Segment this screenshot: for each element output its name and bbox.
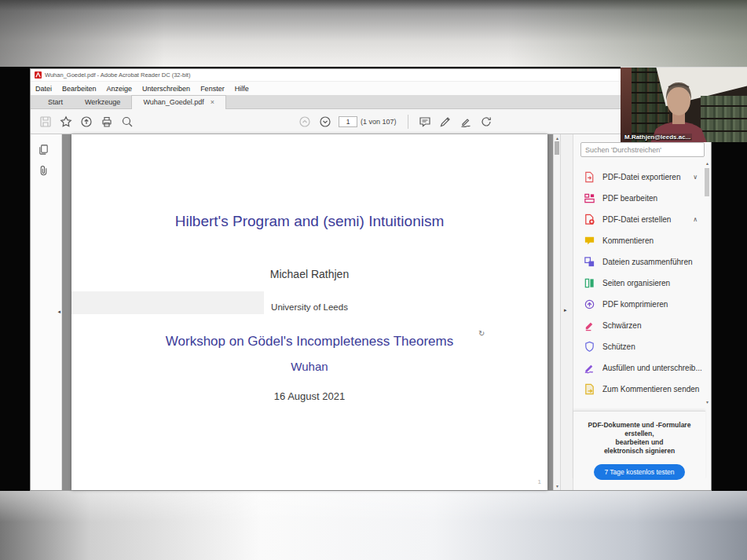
promo-line-3: elektronisch signieren: [573, 447, 705, 456]
save-icon[interactable]: [35, 115, 56, 128]
screen-share-frame: Wuhan_Goedel.pdf - Adobe Acrobat Reader …: [0, 0, 747, 560]
protect-shield-icon: [584, 341, 595, 353]
menu-bar: Datei Bearbeiten Anzeige Unterschreiben …: [31, 82, 711, 95]
trial-button[interactable]: 7 Tage kostenlos testen: [594, 464, 684, 480]
menu-datei[interactable]: Datei: [35, 85, 52, 93]
tool-organize-pages[interactable]: Seiten organisieren: [573, 273, 705, 294]
slide-page-number: 1: [538, 478, 541, 485]
tool-export-pdf[interactable]: PDF-Datei exportieren ∨: [573, 167, 705, 188]
tools-list: PDF-Datei exportieren ∨ PDF bearbeiten P…: [573, 167, 705, 400]
slide-date: 16 August 2021: [71, 390, 547, 402]
page-thumbnails-icon[interactable]: [38, 144, 49, 157]
menu-anzeige[interactable]: Anzeige: [107, 85, 133, 93]
panel-scrollbar-thumb[interactable]: [705, 168, 709, 196]
expand-tools-icon[interactable]: ▸: [564, 307, 567, 313]
tool-send-comments[interactable]: Zum Kommentieren senden: [573, 379, 705, 400]
panel-scrollbar[interactable]: ▲ ▼: [704, 161, 710, 404]
slide-affiliation: University of Leeds: [71, 302, 547, 312]
document-area: Hilbert's Program and (semi) Intuitionis…: [62, 134, 560, 490]
tab-document[interactable]: Wuhan_Goedel.pdf ×: [131, 95, 226, 109]
tab-werkzeuge[interactable]: Werkzeuge: [74, 96, 131, 109]
document-scrollbar[interactable]: ▲ ▼: [553, 134, 560, 490]
organize-pages-icon: [584, 277, 595, 289]
attachments-icon[interactable]: [38, 165, 49, 178]
tool-create-pdf[interactable]: PDF-Datei erstellen ∧: [573, 209, 705, 230]
menu-unterschreiben[interactable]: Unterschreiben: [142, 85, 190, 93]
tool-combine-files[interactable]: Dateien zusammenführen: [573, 251, 705, 273]
compress-pdf-icon: [584, 298, 595, 310]
menu-hilfe[interactable]: Hilfe: [235, 85, 249, 93]
share-icon[interactable]: [476, 115, 496, 128]
scrollbar-thumb[interactable]: [555, 141, 559, 155]
trial-promo: PDF-Dokumente und -Formulare erstellen, …: [573, 411, 705, 480]
panel-scroll-down-icon[interactable]: ▼: [704, 400, 711, 404]
content-area: ◂ Hilbert's Program and (semi) Intuition…: [31, 134, 711, 490]
page-number-input[interactable]: [339, 116, 357, 127]
send-comments-icon: [584, 383, 595, 395]
acrobat-window: Wuhan_Goedel.pdf - Adobe Acrobat Reader …: [30, 68, 712, 491]
tab-bar: Start Werkzeuge Wuhan_Goedel.pdf ×: [31, 95, 711, 109]
tool-comment[interactable]: Kommentieren: [573, 230, 705, 251]
favorites-star-icon[interactable]: [56, 115, 76, 128]
letterbox-bottom: [0, 491, 747, 560]
promo-line-1: PDF-Dokumente und -Formulare erstellen,: [573, 421, 705, 438]
navigation-pane: ◂: [31, 134, 62, 490]
print-icon[interactable]: [97, 115, 117, 128]
edit-pdf-icon: [584, 192, 595, 204]
tool-edit-pdf[interactable]: PDF bearbeiten: [573, 188, 705, 209]
webcam-person: [643, 68, 715, 142]
webcam-name-label: M.Rathjen@leeds.ac...: [623, 134, 692, 141]
upload-cloud-icon[interactable]: [76, 115, 97, 128]
mouse-cursor-glyph: ↻: [478, 329, 485, 338]
tools-search-input[interactable]: [580, 142, 705, 157]
collapse-pane-icon[interactable]: ◂: [57, 309, 60, 315]
comment-bubble-icon[interactable]: [415, 115, 435, 128]
menu-bearbeiten[interactable]: Bearbeiten: [62, 85, 97, 93]
slide-author: Michael Rathjen: [71, 268, 547, 280]
promo-line-2: bearbeiten und: [573, 438, 705, 447]
slide-event: Workshop on Gödel's Incompleteness Theor…: [71, 334, 547, 350]
redact-icon: [584, 320, 595, 331]
pdf-page[interactable]: Hilbert's Program and (semi) Intuitionis…: [71, 134, 547, 490]
chevron-down-icon[interactable]: ∨: [693, 174, 698, 181]
title-bar: Wuhan_Goedel.pdf - Adobe Acrobat Reader …: [31, 69, 711, 82]
pen-icon[interactable]: [435, 115, 456, 128]
tab-close-icon[interactable]: ×: [211, 98, 214, 106]
comment-icon: [584, 235, 595, 247]
page-count-label: (1 von 107): [361, 118, 397, 126]
tool-fill-sign[interactable]: Ausfüllen und unterschreib...: [573, 357, 705, 379]
tool-redact[interactable]: Schwärzen: [573, 315, 705, 336]
menu-fenster[interactable]: Fenster: [200, 85, 225, 93]
panel-gutter: ▸: [560, 134, 573, 490]
tab-document-label: Wuhan_Goedel.pdf: [143, 98, 203, 106]
slide-title: Hilbert's Program and (semi) Intuitionis…: [71, 213, 547, 230]
tool-compress-pdf[interactable]: PDF komprimieren: [573, 294, 705, 315]
main-toolbar: (1 von 107): [31, 109, 711, 134]
slide-location: Wuhan: [71, 360, 547, 373]
panel-scroll-up-icon[interactable]: ▲: [704, 161, 711, 166]
tab-start[interactable]: Start: [37, 96, 74, 109]
zoom-icon[interactable]: [117, 115, 137, 128]
chevron-up-icon[interactable]: ∧: [693, 216, 698, 223]
letterbox-top: [0, 0, 747, 67]
webcam-wall: [621, 68, 632, 142]
toolbar-divider: [408, 115, 408, 129]
page-down-icon[interactable]: [315, 115, 335, 128]
acrobat-app-icon: [35, 71, 42, 79]
combine-files-icon: [584, 256, 595, 268]
tools-panel: PDF-Datei exportieren ∨ PDF bearbeiten P…: [573, 134, 711, 490]
window-title: Wuhan_Goedel.pdf - Adobe Acrobat Reader …: [45, 71, 190, 79]
export-pdf-icon: [584, 171, 595, 183]
tool-protect[interactable]: Schützen: [573, 336, 705, 357]
create-pdf-icon: [584, 214, 595, 225]
sign-icon[interactable]: [456, 115, 476, 128]
fill-sign-icon: [584, 362, 595, 374]
webcam-overlay: M.Rathjen@leeds.ac...: [621, 67, 747, 142]
page-up-icon[interactable]: [295, 115, 315, 128]
